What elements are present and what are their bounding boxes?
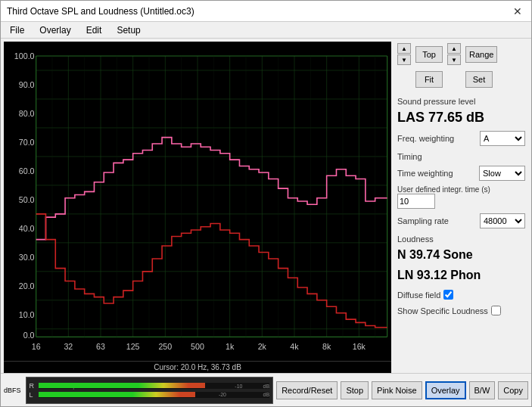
svg-text:1k: 1k bbox=[226, 342, 235, 351]
svg-text:20.0: 20.0 bbox=[19, 281, 35, 290]
range-arrows: ▲ ▼ bbox=[447, 43, 461, 65]
chart-svg: 100.0 90.0 80.0 70.0 60.0 50.0 40.0 30.0… bbox=[4, 42, 391, 361]
menu-setup[interactable]: Setup bbox=[114, 24, 143, 36]
top-down-button[interactable]: ▼ bbox=[397, 54, 411, 65]
r-meter-bar: -90 | -60 -30 -10 dB bbox=[39, 383, 270, 389]
freq-weighting-select[interactable]: A B C Z bbox=[480, 131, 525, 146]
fit-set-controls: Fit Set bbox=[397, 71, 525, 88]
fit-button[interactable]: Fit bbox=[415, 71, 443, 88]
svg-text:250: 250 bbox=[158, 342, 172, 351]
top-arrows: ▲ ▼ bbox=[397, 43, 411, 65]
time-weighting-row: Time weighting Slow Fast Impulse bbox=[397, 166, 525, 181]
time-weighting-select[interactable]: Slow Fast Impulse bbox=[479, 166, 525, 181]
svg-text:63: 63 bbox=[96, 342, 105, 351]
l-meter-row: L -80 -60 -40 -20 dB bbox=[30, 390, 270, 399]
loudness-value2: LN 93.12 Phon bbox=[397, 267, 525, 284]
window-title: Third Octave SPL and Loudness (Untitled.… bbox=[7, 6, 194, 17]
diffuse-field-row: Diffuse field bbox=[397, 290, 525, 300]
integr-time-label: User defined integr. time (s) bbox=[397, 185, 490, 194]
top-up-button[interactable]: ▲ bbox=[397, 43, 411, 54]
loudness-value1: N 39.74 Sone bbox=[397, 247, 525, 263]
cursor-info: Cursor: 20.0 Hz, 36.73 dB bbox=[4, 361, 391, 373]
spl-value: LAS 77.65 dB bbox=[397, 109, 525, 126]
main-content: dB Third octave SPL ARTA bbox=[1, 39, 531, 373]
top-button[interactable]: Top bbox=[415, 46, 443, 63]
overlay-button[interactable]: Overlay bbox=[425, 381, 466, 399]
menu-overlay[interactable]: Overlay bbox=[36, 24, 73, 36]
copy-button[interactable]: Copy bbox=[498, 381, 528, 399]
range-down-button[interactable]: ▼ bbox=[447, 54, 461, 65]
svg-text:30.0: 30.0 bbox=[19, 253, 35, 262]
sampling-rate-select[interactable]: 48000 44100 96000 bbox=[480, 213, 525, 228]
svg-text:4k: 4k bbox=[290, 342, 299, 351]
sampling-rate-row: Sampling rate 48000 44100 96000 bbox=[397, 213, 525, 228]
menu-file[interactable]: File bbox=[7, 24, 27, 36]
svg-text:0.0: 0.0 bbox=[23, 331, 35, 340]
chart-canvas: dB Third octave SPL ARTA bbox=[4, 42, 391, 361]
svg-text:8k: 8k bbox=[322, 342, 331, 351]
svg-text:125: 125 bbox=[126, 342, 140, 351]
show-specific-row: Show Specific Loudness bbox=[397, 306, 525, 315]
spl-section-label: Sound pressure level bbox=[397, 97, 525, 106]
level-meter: R -90 | -60 -30 -10 dB L bbox=[26, 377, 274, 404]
dbfs-label: dBFS bbox=[4, 387, 21, 394]
svg-text:80.0: 80.0 bbox=[19, 109, 35, 118]
chart-area: dB Third octave SPL ARTA bbox=[4, 42, 391, 373]
menu-bar: File Overlay Edit Setup bbox=[1, 22, 531, 39]
svg-text:100.0: 100.0 bbox=[14, 51, 35, 61]
svg-text:50.0: 50.0 bbox=[19, 195, 35, 204]
svg-text:16k: 16k bbox=[353, 342, 366, 351]
main-window: Third Octave SPL and Loudness (Untitled.… bbox=[0, 0, 532, 407]
right-panel: ▲ ▼ Top ▲ ▼ Range Fit Set Sound pressure… bbox=[391, 39, 531, 373]
sampling-rate-label: Sampling rate bbox=[397, 216, 449, 225]
pink-noise-button[interactable]: Pink Noise bbox=[372, 381, 422, 399]
freq-weighting-label: Freq. weighting bbox=[397, 134, 454, 143]
l-label: L bbox=[30, 391, 37, 399]
record-reset-button[interactable]: Record/Reset bbox=[276, 381, 338, 399]
bw-button[interactable]: B/W bbox=[469, 381, 496, 399]
integr-time-input[interactable] bbox=[397, 194, 435, 209]
timing-label: Timing bbox=[397, 152, 525, 161]
svg-text:2k: 2k bbox=[258, 342, 267, 351]
l-meter-bar: -80 -60 -40 -20 dB bbox=[39, 392, 270, 398]
menu-edit[interactable]: Edit bbox=[83, 24, 105, 36]
svg-text:32: 32 bbox=[64, 342, 73, 351]
diffuse-field-label: Diffuse field bbox=[397, 290, 440, 300]
r-meter-row: R -90 | -60 -30 -10 dB bbox=[30, 381, 270, 390]
stop-button[interactable]: Stop bbox=[341, 381, 369, 399]
range-button[interactable]: Range bbox=[465, 46, 497, 63]
loudness-label: Loudness bbox=[397, 235, 525, 244]
svg-text:90.0: 90.0 bbox=[19, 80, 35, 89]
r-label: R bbox=[30, 382, 37, 390]
close-button[interactable]: ✕ bbox=[510, 5, 525, 17]
title-bar: Third Octave SPL and Loudness (Untitled.… bbox=[1, 1, 531, 22]
bottom-bar: dBFS R -90 | -60 -30 -10 dB bbox=[1, 373, 531, 406]
diffuse-field-checkbox[interactable] bbox=[443, 290, 453, 300]
top-range-controls: ▲ ▼ Top ▲ ▼ Range bbox=[397, 43, 525, 65]
set-button[interactable]: Set bbox=[465, 71, 493, 88]
integr-time-row: User defined integr. time (s) bbox=[397, 185, 525, 209]
svg-text:40.0: 40.0 bbox=[19, 224, 35, 233]
svg-text:500: 500 bbox=[191, 342, 204, 351]
svg-text:16: 16 bbox=[32, 342, 41, 351]
time-weighting-label: Time weighting bbox=[397, 169, 453, 178]
svg-text:70.0: 70.0 bbox=[19, 138, 35, 147]
freq-weighting-row: Freq. weighting A B C Z bbox=[397, 131, 525, 146]
svg-text:10.0: 10.0 bbox=[19, 310, 35, 319]
show-specific-checkbox[interactable] bbox=[491, 306, 501, 315]
range-up-button[interactable]: ▲ bbox=[447, 43, 461, 54]
svg-text:60.0: 60.0 bbox=[19, 166, 35, 176]
show-specific-label: Show Specific Loudness bbox=[397, 306, 488, 315]
